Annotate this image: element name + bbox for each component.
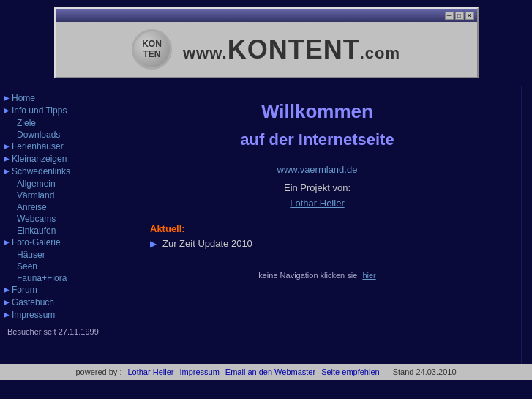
- arrow-schweden: ▶: [4, 167, 10, 175]
- link-forum[interactable]: Forum: [12, 285, 37, 295]
- project-label: Ein Projekt von:: [135, 182, 499, 193]
- sidebar-item-impressum: ▶ Impressum: [4, 310, 109, 320]
- content-area: Willkommen auf der Internetseite www.vae…: [113, 86, 521, 364]
- footer-email-link[interactable]: Email an den Webmaster: [225, 368, 315, 376]
- arrow-impressum: ▶: [4, 310, 10, 318]
- sidebar: ▶ Home ▶ Info und Tipps Ziele Downloads …: [0, 86, 113, 364]
- arrow-forum: ▶: [4, 286, 10, 294]
- footer-lothar-link[interactable]: Lothar Heller: [127, 368, 173, 376]
- link-webcams[interactable]: Webcams: [17, 214, 109, 224]
- sidebar-item-gaeste: ▶ Gästebuch: [4, 297, 109, 307]
- website-link[interactable]: www.vaermland.de: [277, 164, 358, 175]
- logo-text-area: www.KONTENT.com: [183, 34, 400, 65]
- link-ferienhaus[interactable]: Ferienhäuser: [12, 141, 64, 152]
- link-foto[interactable]: Foto-Galerie: [12, 237, 61, 247]
- arrow-foto: ▶: [4, 238, 10, 246]
- link-klein[interactable]: Kleinanzeigen: [12, 154, 67, 164]
- link-ziele[interactable]: Ziele: [17, 118, 109, 128]
- sidebar-item-home: ▶ Home: [4, 93, 109, 103]
- logo-prefix: www.: [183, 44, 228, 62]
- sidebar-item-forum: ▶ Forum: [4, 285, 109, 295]
- main-container: ▶ Home ▶ Info und Tipps Ziele Downloads …: [0, 86, 532, 364]
- sidebar-item-schweden: ▶ Schwedenlinks: [4, 166, 109, 176]
- arrow-gaeste: ▶: [4, 298, 10, 306]
- link-allgemein[interactable]: Allgemein: [17, 179, 109, 189]
- author-link[interactable]: Lothar Heller: [290, 198, 344, 209]
- no-nav-text: keine Navigation klicken sie hier: [135, 271, 499, 280]
- sidebar-item-ferienhaus: ▶ Ferienhäuser: [4, 141, 109, 152]
- news-label: Aktuell:: [150, 223, 185, 234]
- link-anreise[interactable]: Anreise: [17, 202, 109, 212]
- sidebar-item-klein: ▶ Kleinanzeigen: [4, 154, 109, 164]
- logo-circle-line2: TEN: [143, 50, 161, 59]
- link-gaeste[interactable]: Gästebuch: [12, 297, 54, 307]
- footer-stand: Stand 24.03.2010: [393, 368, 457, 376]
- arrow-klein: ▶: [4, 154, 10, 163]
- link-info[interactable]: Info und Tipps: [12, 105, 67, 116]
- link-downloads[interactable]: Downloads: [17, 130, 109, 140]
- page-wrapper: ─ □ ✕ KON TEN www.KONTENT.com ▶ Home: [0, 0, 532, 399]
- link-einkaufen[interactable]: Einkaufen: [17, 225, 109, 236]
- news-item: ▶ Zur Zeit Update 2010: [150, 238, 499, 249]
- no-nav-link[interactable]: hier: [362, 271, 375, 280]
- logo-suffix: .com: [360, 44, 400, 62]
- browser-controls: ─ □ ✕: [445, 12, 474, 20]
- logo-circle-line1: KON: [142, 40, 162, 49]
- visitor-text: Besucher seit 27.11.1999: [7, 327, 109, 336]
- link-impressum[interactable]: Impressum: [12, 310, 55, 320]
- footer-empfehlen-link[interactable]: Seite empfehlen: [321, 368, 380, 376]
- footer-powered-label: powered by :: [75, 368, 121, 376]
- welcome-subtitle: auf der Internetseite: [135, 130, 499, 149]
- close-button[interactable]: ✕: [465, 12, 474, 20]
- news-arrow-icon: ▶: [150, 239, 157, 249]
- logo-banner: KON TEN www.KONTENT.com: [56, 22, 477, 77]
- link-haeuser[interactable]: Häuser: [17, 250, 109, 260]
- link-schweden[interactable]: Schwedenlinks: [12, 166, 70, 176]
- sidebar-item-foto: ▶ Foto-Galerie: [4, 237, 109, 247]
- maximize-button[interactable]: □: [455, 12, 464, 20]
- no-nav-label: keine Navigation klicken sie: [258, 271, 357, 280]
- logo-circle: KON TEN: [132, 29, 172, 70]
- browser-titlebar: ─ □ ✕: [56, 9, 477, 22]
- footer-impressum-link[interactable]: Impressum: [179, 368, 219, 376]
- logo-brand: KONTENT: [228, 34, 360, 64]
- link-fauna[interactable]: Fauna+Flora: [17, 273, 109, 283]
- footer: powered by : Lothar Heller Impressum Ema…: [0, 364, 532, 380]
- link-varmland[interactable]: Värmland: [17, 190, 109, 201]
- minimize-button[interactable]: ─: [445, 12, 454, 20]
- link-home[interactable]: Home: [12, 93, 35, 103]
- arrow-info: ▶: [4, 106, 10, 114]
- news-text: Zur Zeit Update 2010: [162, 238, 252, 249]
- link-seen[interactable]: Seen: [17, 261, 109, 272]
- arrow-ferienhaus: ▶: [4, 142, 10, 150]
- welcome-title: Willkommen: [135, 100, 499, 123]
- right-bar: [521, 86, 532, 364]
- news-section: Aktuell: ▶ Zur Zeit Update 2010: [135, 223, 499, 249]
- browser-window: ─ □ ✕ KON TEN www.KONTENT.com: [54, 7, 479, 78]
- arrow-home: ▶: [4, 94, 10, 102]
- sidebar-item-info: ▶ Info und Tipps: [4, 105, 109, 116]
